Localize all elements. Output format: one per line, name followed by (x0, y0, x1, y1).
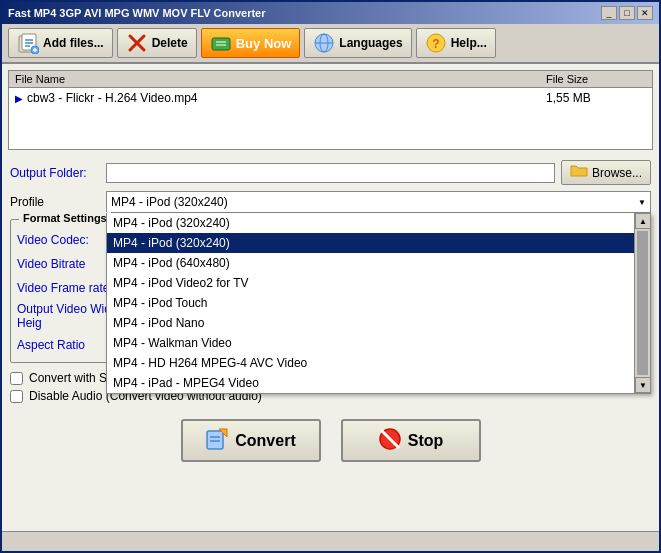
file-list-area: File Name File Size ▶ cbw3 - Flickr - H.… (8, 70, 653, 150)
file-size-cell: 1,55 MB (546, 91, 646, 105)
dropdown-item-0[interactable]: MP4 - iPod (320x240) (107, 213, 634, 233)
close-button[interactable]: ✕ (637, 6, 653, 20)
add-files-icon (17, 32, 39, 54)
scroll-thumb[interactable] (637, 231, 648, 375)
buy-now-label: Buy Now (236, 36, 292, 51)
svg-rect-10 (212, 38, 230, 50)
browse-button[interactable]: Browse... (561, 160, 651, 185)
profile-current-value: MP4 - iPod (320x240) (111, 195, 638, 209)
delete-label: Delete (152, 36, 188, 50)
profile-select[interactable]: MP4 - iPod (320x240) ▼ (106, 191, 651, 213)
dropdown-scrollbar-track: ▲ ▼ (634, 213, 650, 393)
file-list-header: File Name File Size (9, 71, 652, 88)
bottom-buttons: Convert Stop (2, 411, 659, 470)
add-files-button[interactable]: Add files... (8, 28, 113, 58)
format-settings-legend: Format Settings (19, 212, 111, 224)
title-bar: Fast MP4 3GP AVI MPG WMV MOV FLV Convert… (2, 2, 659, 24)
languages-button[interactable]: Languages (304, 28, 411, 58)
convert-icon (205, 427, 229, 454)
svg-rect-18 (207, 431, 223, 449)
add-files-label: Add files... (43, 36, 104, 50)
buy-now-button[interactable]: Buy Now (201, 28, 301, 58)
languages-icon (313, 32, 335, 54)
profile-dropdown-arrow-icon: ▼ (638, 198, 646, 207)
output-folder-row: Output Folder: Browse... (10, 160, 651, 185)
buy-now-icon (210, 32, 232, 54)
scroll-down-arrow[interactable]: ▼ (635, 377, 651, 393)
toolbar: Add files... Delete Buy Now (2, 24, 659, 64)
maximize-button[interactable]: □ (619, 6, 635, 20)
dropdown-item-6[interactable]: MP4 - Walkman Video (107, 333, 634, 353)
folder-icon (570, 163, 588, 182)
title-bar-buttons: _ □ ✕ (601, 6, 653, 20)
stop-icon (378, 427, 402, 454)
profile-row: Profile MP4 - iPod (320x240) ▼ MP4 - iPo… (10, 191, 651, 213)
convert-label: Convert (235, 432, 295, 450)
dropdown-item-3[interactable]: MP4 - iPod Video2 for TV (107, 273, 634, 293)
browse-label: Browse... (592, 166, 642, 180)
dropdown-list: MP4 - iPod (320x240) MP4 - iPod (320x240… (107, 213, 634, 393)
file-size-header: File Size (546, 73, 646, 85)
profile-label: Profile (10, 195, 100, 209)
help-label: Help... (451, 36, 487, 50)
output-folder-input[interactable] (106, 163, 555, 183)
output-folder-label: Output Folder: (10, 166, 100, 180)
main-content: Output Folder: Browse... Profile MP4 - i… (2, 156, 659, 367)
file-arrow-icon: ▶ (15, 93, 23, 104)
status-bar (2, 531, 659, 551)
window-title: Fast MP4 3GP AVI MPG WMV MOV FLV Convert… (8, 7, 266, 19)
profile-select-container: MP4 - iPod (320x240) ▼ MP4 - iPod (320x2… (106, 191, 651, 213)
dropdown-scrollbar: MP4 - iPod (320x240) MP4 - iPod (320x240… (107, 213, 650, 393)
table-row[interactable]: ▶ cbw3 - Flickr - H.264 Video.mp4 1,55 M… (9, 88, 652, 108)
dropdown-item-7[interactable]: MP4 - HD H264 MPEG-4 AVC Video (107, 353, 634, 373)
disable-audio-checkbox[interactable] (10, 390, 23, 403)
dropdown-item-5[interactable]: MP4 - iPod Nano (107, 313, 634, 333)
file-name-cell: cbw3 - Flickr - H.264 Video.mp4 (27, 91, 546, 105)
svg-text:?: ? (432, 37, 439, 51)
dropdown-item-1[interactable]: MP4 - iPod (320x240) (107, 233, 634, 253)
scroll-up-arrow[interactable]: ▲ (635, 213, 651, 229)
dropdown-item-4[interactable]: MP4 - iPod Touch (107, 293, 634, 313)
dropdown-item-2[interactable]: MP4 - iPod (640x480) (107, 253, 634, 273)
help-icon: ? (425, 32, 447, 54)
subtitle-checkbox[interactable] (10, 372, 23, 385)
help-button[interactable]: ? Help... (416, 28, 496, 58)
stop-button[interactable]: Stop (341, 419, 481, 462)
dropdown-item-8[interactable]: MP4 - iPad - MPEG4 Video (107, 373, 634, 393)
convert-button[interactable]: Convert (181, 419, 321, 462)
delete-button[interactable]: Delete (117, 28, 197, 58)
profile-dropdown: MP4 - iPod (320x240) MP4 - iPod (320x240… (106, 213, 651, 394)
delete-icon (126, 32, 148, 54)
languages-label: Languages (339, 36, 402, 50)
file-name-header: File Name (15, 73, 546, 85)
minimize-button[interactable]: _ (601, 6, 617, 20)
main-window: Fast MP4 3GP AVI MPG WMV MOV FLV Convert… (0, 0, 661, 553)
stop-label: Stop (408, 432, 444, 450)
